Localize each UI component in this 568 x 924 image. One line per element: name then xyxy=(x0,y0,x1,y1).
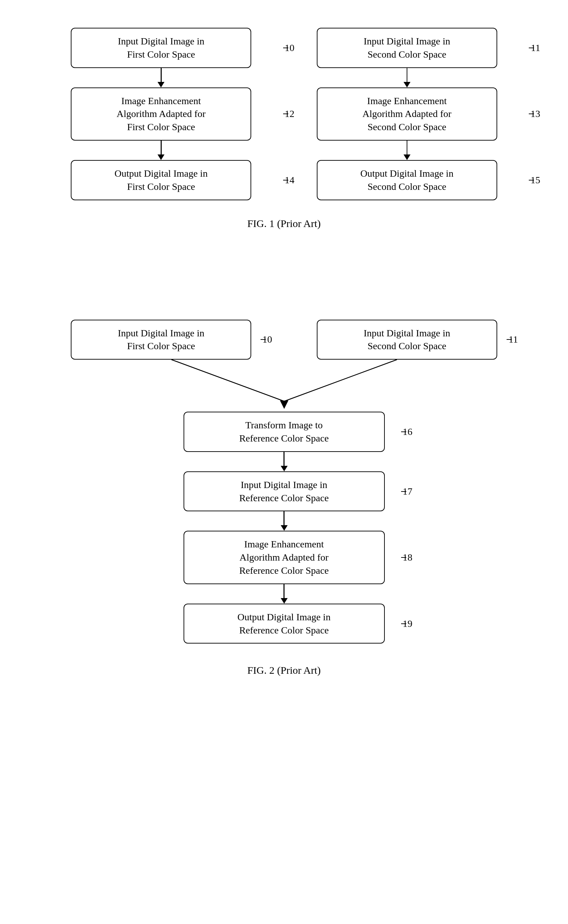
fig1-box11-wrapper: Input Digital Image in Second Color Spac… xyxy=(295,28,520,68)
fig2-right-column: Input Digital Image in Second Color Spac… xyxy=(317,320,497,360)
fig1-arrow1-right xyxy=(403,68,411,88)
fig1-right-column: Input Digital Image in Second Color Spac… xyxy=(295,28,520,200)
fig1-box13: Image Enhancement Algorithm Adapted for … xyxy=(317,88,497,141)
fig1-box12: Image Enhancement Algorithm Adapted for … xyxy=(71,88,251,141)
fig1-box15: Output Digital Image in Second Color Spa… xyxy=(317,160,497,200)
fig1-arrow1-left xyxy=(157,68,165,88)
fig1-box15-wrapper: Output Digital Image in Second Color Spa… xyxy=(295,160,520,200)
fig-spacer xyxy=(21,250,547,292)
fig2-top-row: Input Digital Image in First Color Space… xyxy=(21,320,547,360)
fig1-box12-wrapper: Image Enhancement Algorithm Adapted for … xyxy=(48,88,274,141)
fig1-caption: FIG. 1 (Prior Art) xyxy=(21,218,547,230)
fig2-arrow1 xyxy=(281,452,288,471)
fig2-diagram: Input Digital Image in First Color Space… xyxy=(21,320,547,676)
bracket-fig2-17-icon xyxy=(399,486,417,497)
fig1-box13-wrapper: Image Enhancement Algorithm Adapted for … xyxy=(295,88,520,141)
fig1-box14-wrapper: Output Digital Image in First Color Spac… xyxy=(48,160,274,200)
fig2-box18: Image Enhancement Algorithm Adapted for … xyxy=(184,531,385,584)
fig2-caption: FIG. 2 (Prior Art) xyxy=(21,664,547,676)
bracket-fig2-18-icon xyxy=(399,552,417,563)
fig1-left-column: Input Digital Image in First Color Space… xyxy=(48,28,274,200)
bracket15-icon xyxy=(527,175,544,185)
fig2-box17: Input Digital Image in Reference Color S… xyxy=(184,471,385,512)
svg-line-0 xyxy=(171,360,284,401)
fig2-box17-wrapper: Input Digital Image in Reference Color S… xyxy=(177,471,392,512)
svg-marker-2 xyxy=(280,401,289,409)
fig2-box16-wrapper: Transform Image to Reference Color Space… xyxy=(177,412,392,452)
fig2-arrow2 xyxy=(281,511,288,531)
fig1-arrow2-left xyxy=(157,141,165,160)
fig1-diagram: Input Digital Image in First Color Space… xyxy=(21,28,547,230)
fig2-box18-wrapper: Image Enhancement Algorithm Adapted for … xyxy=(177,531,392,584)
bracket11-icon xyxy=(527,43,544,53)
bracket-fig2-10-icon xyxy=(259,334,276,345)
fig2-center-column: Transform Image to Reference Color Space… xyxy=(21,412,547,644)
fig1-box11: Input Digital Image in Second Color Spac… xyxy=(317,28,497,68)
fig1-arrow2-right xyxy=(403,141,411,160)
bracket-fig2-19-icon xyxy=(399,619,417,629)
fig2-box16: Transform Image to Reference Color Space xyxy=(184,412,385,452)
bracket13-icon xyxy=(527,109,544,119)
fig1-box14: Output Digital Image in First Color Spac… xyxy=(71,160,251,200)
converge-arrows-wrapper xyxy=(21,360,547,412)
bracket-fig2-11-icon xyxy=(505,334,522,345)
svg-line-1 xyxy=(284,360,397,401)
fig2-box10: Input Digital Image in First Color Space xyxy=(71,320,251,360)
bracket-fig2-16-icon xyxy=(399,426,417,437)
fig2-arrow3 xyxy=(281,584,288,603)
fig2-box11-wrapper: Input Digital Image in Second Color Spac… xyxy=(317,320,497,360)
fig1-box10: Input Digital Image in First Color Space xyxy=(71,28,251,68)
fig2-box11: Input Digital Image in Second Color Spac… xyxy=(317,320,497,360)
fig1-box10-wrapper: Input Digital Image in First Color Space… xyxy=(48,28,274,68)
fig2-box10-wrapper: Input Digital Image in First Color Space… xyxy=(71,320,251,360)
page-container: Input Digital Image in First Color Space… xyxy=(0,0,568,697)
converge-arrows-svg xyxy=(59,360,510,412)
fig2-left-column: Input Digital Image in First Color Space… xyxy=(71,320,251,360)
fig2-box19: Output Digital Image in Reference Color … xyxy=(184,603,385,644)
fig2-box19-wrapper: Output Digital Image in Reference Color … xyxy=(177,603,392,644)
